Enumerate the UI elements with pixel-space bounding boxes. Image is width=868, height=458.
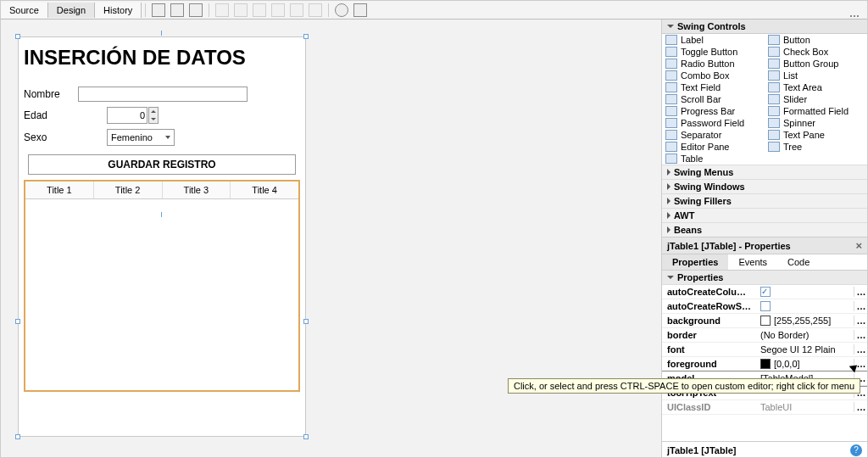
- palette-item[interactable]: Combo Box: [662, 70, 765, 81]
- form-jpanel[interactable]: INSERCIÓN DE DATOS Nombre Edad 0 Sexo Fe…: [18, 36, 306, 437]
- property-row[interactable]: autoCreateColumnsFrom…: [662, 285, 867, 299]
- property-value[interactable]: TableUI: [757, 400, 854, 414]
- palette-item[interactable]: Progress Bar: [662, 105, 765, 117]
- resize-handle[interactable]: [15, 34, 20, 39]
- toolbar-icon[interactable]: [335, 3, 348, 17]
- palette-item[interactable]: Radio Button: [662, 58, 765, 70]
- property-row[interactable]: fontSegoe UI 12 Plain…: [662, 343, 867, 357]
- palette-item[interactable]: Text Pane: [765, 129, 867, 141]
- palette-category[interactable]: Swing Windows: [662, 179, 867, 193]
- column-header[interactable]: Title 2: [94, 182, 163, 198]
- palette-item[interactable]: Toggle Button: [662, 46, 765, 58]
- column-header[interactable]: Title 3: [163, 182, 231, 198]
- component-icon: [665, 130, 677, 140]
- palette-item[interactable]: Slider: [765, 93, 867, 105]
- palette-item[interactable]: Button: [765, 34, 867, 46]
- property-row[interactable]: autoCreateRowSorter…: [662, 299, 867, 314]
- input-nombre[interactable]: [78, 87, 248, 102]
- property-row[interactable]: foreground[0,0,0]…: [662, 357, 867, 371]
- tab-properties[interactable]: Properties: [662, 254, 728, 270]
- component-icon: [768, 47, 780, 57]
- form-title-label: INSERCIÓN DE DATOS: [19, 37, 305, 81]
- ellipsis-button[interactable]: …: [854, 316, 867, 326]
- property-value[interactable]: (No Border): [757, 328, 854, 342]
- component-icon: [665, 118, 677, 128]
- component-icon: [768, 106, 780, 116]
- component-icon: [768, 59, 780, 69]
- component-icon: [665, 154, 677, 164]
- tab-design[interactable]: Design: [48, 3, 95, 18]
- palette-category[interactable]: Swing Fillers: [662, 193, 867, 208]
- property-name: border: [662, 328, 757, 342]
- panel-grip-icon[interactable]: [850, 8, 860, 12]
- resize-handle[interactable]: [303, 319, 309, 324]
- palette-item[interactable]: Editor Pane: [662, 141, 765, 153]
- palette-item[interactable]: Check Box: [765, 46, 867, 58]
- checkbox[interactable]: [760, 301, 771, 311]
- component-icon: [665, 70, 677, 81]
- button-guardar[interactable]: GUARDAR REGISTRO: [28, 154, 296, 175]
- checkbox[interactable]: [760, 287, 771, 297]
- palette-item[interactable]: Button Group: [765, 58, 867, 70]
- palette-item[interactable]: List: [765, 70, 867, 81]
- toolbar-icon[interactable]: [152, 3, 165, 17]
- column-header[interactable]: Title 1: [25, 182, 94, 198]
- toolbar-icon[interactable]: [170, 3, 184, 17]
- align-icon: [215, 3, 229, 17]
- component-icon: [768, 82, 780, 92]
- palette-item[interactable]: Separator: [662, 129, 765, 141]
- resize-handle[interactable]: [303, 434, 309, 439]
- toolbar-icon[interactable]: [189, 3, 203, 17]
- property-row[interactable]: background[255,255,255]…: [662, 314, 867, 328]
- property-value[interactable]: [255,255,255]: [757, 314, 854, 327]
- palette-item[interactable]: Formatted Field: [765, 105, 867, 117]
- ellipsis-button[interactable]: …: [854, 301, 867, 311]
- spinner-buttons[interactable]: [148, 107, 159, 124]
- palette-item[interactable]: Text Area: [765, 81, 867, 93]
- palette-item[interactable]: Scroll Bar: [662, 93, 765, 105]
- property-value[interactable]: [757, 285, 854, 299]
- palette-item[interactable]: Table: [662, 153, 765, 165]
- ellipsis-button[interactable]: …: [854, 330, 867, 340]
- property-value[interactable]: Segoe UI 12 Plain: [757, 343, 854, 356]
- tab-code[interactable]: Code: [777, 254, 820, 270]
- toolbar-icon[interactable]: [353, 3, 367, 17]
- column-header[interactable]: Title 4: [231, 182, 298, 198]
- tab-events[interactable]: Events: [728, 254, 777, 270]
- palette-item[interactable]: Label: [662, 34, 765, 46]
- palette-category-header[interactable]: Swing Controls: [662, 20, 867, 34]
- resize-handle[interactable]: [15, 319, 20, 324]
- ellipsis-button[interactable]: …: [854, 344, 867, 355]
- property-value[interactable]: [0,0,0]: [757, 357, 854, 371]
- palette-item[interactable]: Password Field: [662, 117, 765, 129]
- help-icon[interactable]: ?: [850, 444, 862, 456]
- palette-category[interactable]: Swing Menus: [662, 165, 867, 179]
- palette-category[interactable]: AWT: [662, 208, 867, 222]
- component-icon: [768, 142, 780, 152]
- property-name: foreground: [662, 357, 757, 371]
- palette-category[interactable]: Beans: [662, 222, 867, 237]
- resize-handle[interactable]: [15, 434, 20, 439]
- property-value[interactable]: [757, 299, 854, 313]
- palette-panel: Swing Controls LabelButtonToggle ButtonC…: [662, 20, 867, 237]
- tab-source[interactable]: Source: [1, 3, 48, 18]
- palette-item[interactable]: Tree: [765, 141, 867, 153]
- ellipsis-button[interactable]: …: [854, 287, 867, 297]
- palette-item[interactable]: Text Field: [662, 81, 765, 93]
- palette-item[interactable]: Spinner: [765, 117, 867, 129]
- resize-handle[interactable]: [303, 34, 309, 39]
- property-row[interactable]: border(No Border)…: [662, 328, 867, 343]
- combo-sexo[interactable]: Femenino: [107, 129, 175, 146]
- tab-history[interactable]: History: [95, 3, 142, 18]
- label-sexo: Sexo: [24, 131, 78, 143]
- color-swatch: [760, 359, 771, 369]
- ellipsis-button[interactable]: …: [854, 402, 867, 412]
- property-row[interactable]: UIClassIDTableUI…: [662, 400, 867, 415]
- properties-list: autoCreateColumnsFrom…autoCreateRowSorte…: [662, 285, 867, 415]
- property-name: UIClassID: [662, 400, 757, 414]
- close-icon[interactable]: ×: [855, 239, 862, 252]
- spinner-edad[interactable]: 0: [107, 107, 147, 124]
- guide-marker: [161, 212, 162, 217]
- properties-section-header[interactable]: Properties: [662, 271, 867, 285]
- jtable1[interactable]: Title 1 Title 2 Title 3 Title 4: [24, 180, 300, 392]
